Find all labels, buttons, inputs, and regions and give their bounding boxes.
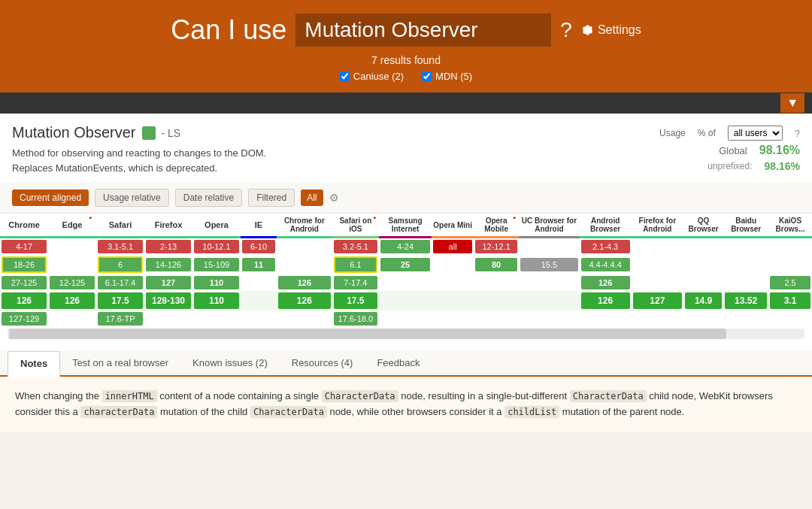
ie-v2[interactable]: 11 — [241, 255, 277, 274]
settings-label: Settings — [598, 23, 641, 37]
search-input[interactable] — [295, 14, 551, 47]
edge-v1 — [48, 238, 96, 256]
global-row: Global 98.16% — [635, 142, 800, 159]
safari-ios-v2[interactable]: 6.1 — [332, 255, 379, 274]
opera-cell-3: 110 — [194, 276, 239, 289]
android-current[interactable]: 126 — [580, 291, 632, 311]
firefox-current[interactable]: 128-130 — [144, 291, 192, 311]
safari-cell-3: 6.1-17.4 — [98, 276, 143, 289]
safari-ios-v1[interactable]: 3.2-5.1 — [332, 238, 379, 256]
android-v2[interactable]: 4.4-4.4.4 — [580, 255, 632, 274]
samsung-v1[interactable]: 4-24 — [379, 238, 432, 256]
firefox-android-v5 — [632, 311, 684, 327]
all-button[interactable]: All — [301, 189, 323, 206]
opera-mobile-cell-2: 80 — [475, 258, 517, 271]
horizontal-scrollbar[interactable] — [8, 329, 804, 339]
current-aligned-button[interactable]: Current aligned — [12, 189, 89, 206]
opera-mobile-v1[interactable]: 12-12.1 — [474, 238, 519, 256]
android-v3[interactable]: 126 — [580, 274, 632, 291]
opera-mini-v1[interactable]: all — [432, 238, 474, 256]
chrome-cell-3: 27-125 — [2, 276, 47, 289]
baidu-current[interactable]: 13.52 — [723, 291, 768, 311]
kaios-v3[interactable]: 2.5 — [768, 274, 812, 291]
header-top: Can I use ? Settings — [15, 14, 797, 47]
edge-v3[interactable]: 12-125 — [48, 274, 96, 291]
opera-v2[interactable]: 15-109 — [192, 255, 241, 274]
baidu-v2 — [723, 255, 768, 274]
users-select[interactable]: all users — [728, 126, 783, 141]
uc-v2[interactable]: 15.5 — [519, 255, 580, 274]
firefox-cell-current: 128-130 — [146, 292, 191, 309]
edge-asterisk: * — [89, 215, 92, 223]
uc-cell-2: 15.5 — [520, 258, 578, 271]
baidu-v5 — [723, 311, 768, 327]
caniuse-checkbox[interactable] — [340, 71, 350, 81]
sources-filter: Caniuse (2) MDN (5) — [15, 71, 797, 82]
version-row-current: 126 126 17.5 128-130 110 126 17.5 126 1 — [0, 291, 812, 311]
qq-cell-current: 14.9 — [685, 292, 722, 309]
chrome-v2[interactable]: 18-26 — [0, 255, 48, 274]
col-header-safari: Safari — [96, 214, 144, 238]
uc-v1 — [519, 238, 580, 256]
tab-test[interactable]: Test on a real browser — [60, 351, 180, 375]
safari-ios-v3[interactable]: 7-17.4 — [332, 274, 379, 291]
samsung-v5 — [379, 311, 432, 327]
firefox-v2[interactable]: 14-126 — [144, 255, 192, 274]
safari-ios-current[interactable]: 17.5 — [332, 291, 379, 311]
edge-current[interactable]: 126 — [48, 291, 96, 311]
firefox-v3[interactable]: 127 — [144, 274, 192, 291]
android-v5 — [580, 311, 632, 327]
ie-v1[interactable]: 6-10 — [241, 238, 277, 256]
safari-ios-v5[interactable]: 17.6-18.0 — [332, 311, 379, 327]
opera-mobile-v2[interactable]: 80 — [474, 255, 519, 274]
source-mdn[interactable]: MDN (5) — [422, 71, 472, 82]
tab-known-issues[interactable]: Known issues (2) — [180, 351, 280, 375]
chrome-v5[interactable]: 127-129 — [0, 311, 48, 327]
chrome-android-v3[interactable]: 126 — [277, 274, 332, 291]
question-icon[interactable]: ? — [560, 18, 572, 42]
chrome-android-cell-current: 126 — [278, 292, 331, 309]
safari-v2[interactable]: 6 — [96, 255, 144, 274]
opera-v3[interactable]: 110 — [192, 274, 241, 291]
safari-current[interactable]: 17.5 — [96, 291, 144, 311]
chrome-android-cell-3: 126 — [278, 276, 331, 289]
samsung-v2[interactable]: 25 — [379, 255, 432, 274]
chrome-v1[interactable]: 4-17 — [0, 238, 48, 256]
qq-v3 — [683, 274, 723, 291]
safari-v5[interactable]: 17.6-TP — [96, 311, 144, 327]
kaios-v5 — [768, 311, 812, 327]
firefox-v1[interactable]: 2-13 — [144, 238, 192, 256]
filtered-button[interactable]: Filtered — [248, 189, 295, 207]
qq-v5 — [683, 311, 723, 327]
col-header-uc: UC Browser for Android — [519, 214, 580, 238]
firefox-android-v1 — [632, 238, 684, 256]
chrome-v3[interactable]: 27-125 — [0, 274, 48, 291]
kaios-current[interactable]: 3.1 — [768, 291, 812, 311]
chrome-android-v2 — [277, 255, 332, 274]
opera-v1[interactable]: 10-12.1 — [192, 238, 241, 256]
safari-v3[interactable]: 6.1-17.4 — [96, 274, 144, 291]
chrome-current[interactable]: 126 — [0, 291, 48, 311]
source-caniuse[interactable]: Caniuse (2) — [340, 71, 404, 82]
android-v1[interactable]: 2.1-4.3 — [580, 238, 632, 256]
usage-relative-button[interactable]: Usage relative — [95, 189, 169, 207]
filter-icon[interactable]: ▼ — [780, 93, 804, 113]
chrome-android-v5 — [277, 311, 332, 327]
chrome-android-current[interactable]: 126 — [277, 291, 332, 311]
safari-v1[interactable]: 3.1-5.1 — [96, 238, 144, 256]
opera-current[interactable]: 110 — [192, 291, 241, 311]
firefox-android-current[interactable]: 127 — [632, 291, 684, 311]
controls-gear-icon[interactable]: ⚙ — [329, 192, 339, 204]
mdn-checkbox[interactable] — [422, 71, 432, 81]
opera-mobile-v5 — [474, 311, 519, 327]
qq-current[interactable]: 14.9 — [683, 291, 723, 311]
tab-resources[interactable]: Resources (4) — [280, 351, 365, 375]
feature-usage: Usage % of all users ? Global 98.16% unp… — [635, 124, 800, 174]
date-relative-button[interactable]: Date relative — [175, 189, 242, 207]
usage-question[interactable]: ? — [795, 128, 800, 139]
tab-notes[interactable]: Notes — [8, 351, 60, 377]
browser-header-row: Chrome Edge* Safari Firefox Opera IE Chr… — [0, 214, 812, 238]
edge-v2 — [48, 255, 96, 274]
settings-button[interactable]: Settings — [581, 23, 641, 37]
tab-feedback[interactable]: Feedback — [365, 351, 432, 375]
